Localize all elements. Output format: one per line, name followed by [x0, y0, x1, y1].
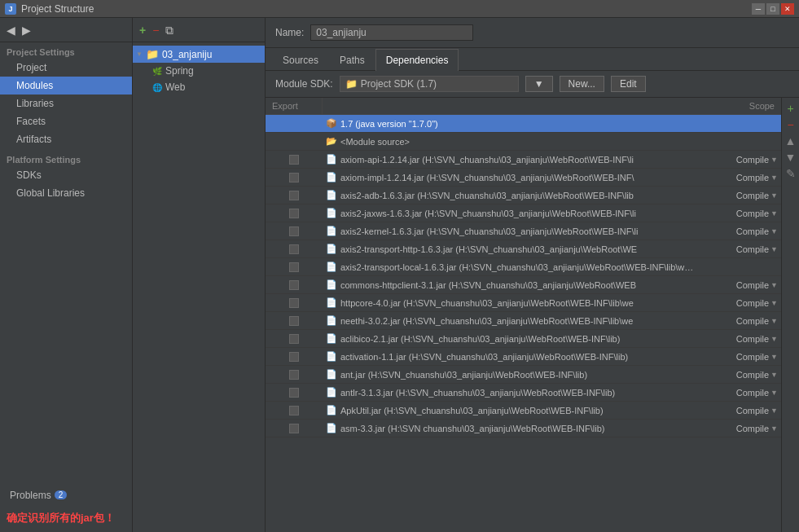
- dep-name-activation: activation-1.1.jar (H:\SVN_chuanshu\03_a…: [340, 352, 628, 362]
- title-bar: J Project Structure ─ □ ✕: [0, 0, 799, 18]
- scope-ant: Compile: [736, 370, 769, 380]
- tree-item-spring[interactable]: 🌿 Spring: [133, 63, 265, 79]
- dep-export-cell: [266, 122, 323, 125]
- tab-dependencies[interactable]: Dependencies: [375, 49, 459, 71]
- dep-checkbox-apkutil[interactable]: [289, 406, 299, 415]
- dep-checkbox-axis2-kernel[interactable]: [289, 226, 299, 236]
- dep-checkbox-axis2-adb[interactable]: [289, 191, 299, 200]
- dep-row-ant[interactable]: 📄 ant.jar (H:\SVN_chuanshu\03_anjianju\W…: [266, 366, 781, 384]
- sdk-select[interactable]: 📁 Project SDK (1.7): [340, 76, 519, 92]
- add-module-button[interactable]: +: [138, 23, 147, 37]
- annotation-text: 确定识别所有的jar包！: [0, 504, 132, 532]
- remove-dep-button[interactable]: −: [784, 117, 798, 132]
- dep-row-sdk[interactable]: 📦 1.7 (java version "1.7.0"): [266, 115, 781, 133]
- jar-icon-activation: 📄: [326, 351, 337, 362]
- dep-row-axis2-adb[interactable]: 📄 axis2-adb-1.6.3.jar (H:\SVN_chuanshu\0…: [266, 187, 781, 204]
- dep-row-httpcore[interactable]: 📄 httpcore-4.0.jar (H:\SVN_chuanshu\03_a…: [266, 294, 781, 312]
- dep-name-axis2-kernel: axis2-kernel-1.6.3.jar (H:\SVN_chuanshu\…: [340, 226, 638, 236]
- dep-checkbox-ant[interactable]: [289, 370, 299, 380]
- dep-row-neethi[interactable]: 📄 neethi-3.0.2.jar (H:\SVN_chuanshu\03_a…: [266, 312, 781, 330]
- sdk-edit-button[interactable]: Edit: [611, 76, 646, 92]
- dep-name-aclibico: aclibico-2.1.jar (H:\SVN_chuanshu\03_anj…: [340, 334, 620, 344]
- move-up-button[interactable]: ▲: [784, 134, 798, 148]
- tab-sources[interactable]: Sources: [272, 49, 329, 71]
- move-down-button[interactable]: ▼: [784, 150, 798, 165]
- dep-row-axiom-api[interactable]: 📄 axiom-api-1.2.14.jar (H:\SVN_chuanshu\…: [266, 151, 781, 169]
- dep-export-cell-2: [266, 140, 323, 143]
- dep-checkbox-axiom-impl[interactable]: [289, 173, 299, 182]
- dep-row-apkutil[interactable]: 📄 ApkUtil.jar (H:\SVN_chuanshu\03_anjian…: [266, 402, 781, 420]
- dep-checkbox-asm[interactable]: [289, 424, 299, 433]
- sidebar-item-global-libraries[interactable]: Global Libraries: [0, 184, 132, 202]
- sidebar-item-project-label: Project: [16, 62, 46, 73]
- edit-dep-button[interactable]: ✎: [784, 166, 798, 181]
- app-icon: J: [5, 3, 16, 15]
- sidebar-item-libraries-label: Libraries: [16, 98, 54, 109]
- remove-module-button[interactable]: −: [151, 23, 160, 37]
- dep-row-module-source[interactable]: 📂 <Module source>: [266, 133, 781, 151]
- scope-asm: Compile: [736, 424, 769, 433]
- scope-antlr: Compile: [736, 388, 769, 398]
- scope-aclibico: Compile: [736, 334, 769, 344]
- dep-checkbox-axiom-api[interactable]: [289, 155, 299, 165]
- dep-checkbox-httpcore[interactable]: [289, 298, 299, 308]
- sidebar-item-modules-label: Modules: [16, 80, 53, 91]
- module-tree: ▼ 📁 03_anjaniju 🌿 Spring 🌐 Web: [133, 42, 265, 532]
- dep-checkbox-axis2-transport-local[interactable]: [289, 262, 299, 272]
- jar-icon-axis2-transport-local: 📄: [326, 262, 337, 272]
- scope-axis2-jaxws: Compile: [736, 209, 769, 218]
- dep-row-axis2-transport-http[interactable]: 📄 axis2-transport-http-1.6.3.jar (H:\SVN…: [266, 240, 781, 258]
- dep-row-axis2-kernel[interactable]: 📄 axis2-kernel-1.6.3.jar (H:\SVN_chuansh…: [266, 222, 781, 240]
- close-button[interactable]: ✕: [781, 3, 794, 15]
- tabs-bar: Sources Paths Dependencies: [266, 48, 799, 71]
- jar-icon-axiom-impl: 📄: [326, 172, 337, 182]
- dep-name-ant: ant.jar (H:\SVN_chuanshu\03_anjianju\Web…: [340, 370, 587, 380]
- sidebar-item-artifacts[interactable]: Artifacts: [0, 130, 132, 148]
- minimize-button[interactable]: ─: [752, 3, 765, 15]
- sidebar-item-sdks[interactable]: SDKs: [0, 166, 132, 184]
- add-dep-button[interactable]: +: [784, 101, 798, 116]
- sidebar-item-modules[interactable]: Modules: [0, 77, 132, 95]
- dep-checkbox-axis2-transport-http[interactable]: [289, 244, 299, 254]
- maximize-button[interactable]: □: [766, 3, 779, 15]
- sidebar-item-facets[interactable]: Facets: [0, 112, 132, 130]
- dep-row-axis2-transport-local[interactable]: 📄 axis2-transport-local-1.6.3.jar (H:\SV…: [266, 258, 781, 276]
- project-settings-label: Project Settings: [0, 42, 132, 59]
- copy-module-button[interactable]: ⧉: [164, 23, 175, 37]
- jar-icon-apkutil: 📄: [326, 405, 337, 415]
- dep-row-axis2-jaxws[interactable]: 📄 axis2-jaxws-1.6.3.jar (H:\SVN_chuanshu…: [266, 204, 781, 222]
- dep-row-activation[interactable]: 📄 activation-1.1.jar (H:\SVN_chuanshu\03…: [266, 348, 781, 366]
- name-input[interactable]: [310, 24, 473, 41]
- tab-paths[interactable]: Paths: [329, 49, 375, 71]
- dep-checkbox-commons-httpclient[interactable]: [289, 280, 299, 290]
- nav-back-button[interactable]: ◀: [5, 23, 17, 37]
- dep-name-cell: 📦 1.7 (java version "1.7.0"): [323, 117, 700, 130]
- module-panel: + − ⧉ ▼ 📁 03_anjaniju 🌿 Spring 🌐 Web: [133, 18, 266, 532]
- dep-name-cell-2: 📂 <Module source>: [323, 134, 700, 148]
- sidebar-item-project[interactable]: Project: [0, 59, 132, 77]
- dep-row-aclibico[interactable]: 📄 aclibico-2.1.jar (H:\SVN_chuanshu\03_a…: [266, 330, 781, 348]
- dep-checkbox-antlr[interactable]: [289, 388, 299, 398]
- scope-axis2-kernel: Compile: [736, 226, 769, 236]
- tree-item-root[interactable]: ▼ 📁 03_anjaniju: [133, 46, 265, 63]
- tree-item-web[interactable]: 🌐 Web: [133, 79, 265, 95]
- deps-table-container: Export Scope 📦 1.7 (java version "1.7.0"…: [266, 98, 781, 532]
- dep-row-asm[interactable]: 📄 asm-3.3.jar (H:\SVN chuanshu\03_anjian…: [266, 420, 781, 437]
- problems-item[interactable]: Problems 2: [0, 486, 132, 504]
- sdk-dropdown-arrow[interactable]: ▼: [525, 76, 553, 92]
- sdk-dep-name: 1.7 (java version "1.7.0"): [340, 119, 438, 129]
- dep-checkbox-neethi[interactable]: [289, 316, 299, 326]
- dep-checkbox-activation[interactable]: [289, 352, 299, 362]
- dep-checkbox-axis2-jaxws[interactable]: [289, 209, 299, 218]
- module-source-name: <Module source>: [340, 137, 410, 147]
- sidebar-item-libraries[interactable]: Libraries: [0, 95, 132, 112]
- dep-row-commons-httpclient[interactable]: 📄 commons-httpclient-3.1.jar (H:\SVN_chu…: [266, 276, 781, 294]
- dep-row-antlr[interactable]: 📄 antlr-3.1.3.jar (H:\SVN_chuanshu\03_an…: [266, 384, 781, 402]
- nav-forward-button[interactable]: ▶: [20, 23, 33, 37]
- sdk-new-button[interactable]: New...: [560, 76, 604, 92]
- dep-name-axis2-jaxws: axis2-jaxws-1.6.3.jar (H:\SVN_chuanshu\0…: [340, 209, 636, 218]
- dep-name-axis2-adb: axis2-adb-1.6.3.jar (H:\SVN_chuanshu\03_…: [340, 191, 634, 200]
- dep-checkbox-aclibico[interactable]: [289, 334, 299, 344]
- module-source-icon: 📂: [326, 136, 337, 147]
- dep-row-axiom-impl[interactable]: 📄 axiom-impl-1.2.14.jar (H:\SVN_chuanshu…: [266, 169, 781, 187]
